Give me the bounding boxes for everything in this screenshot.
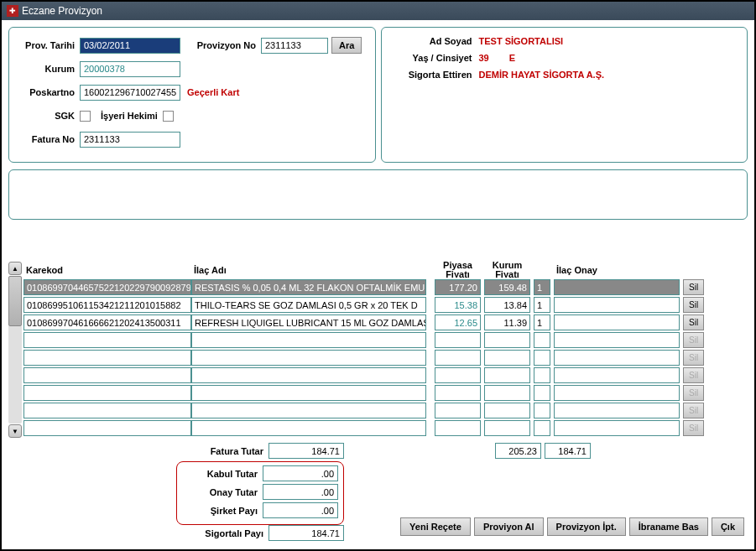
cell-kurum[interactable]: 159.48 — [484, 279, 530, 295]
sirket-payi-input[interactable] — [263, 502, 338, 518]
table-row[interactable]: 010869970446575221202297900928791RESTASI… — [23, 279, 748, 295]
cell-piyasa[interactable] — [435, 403, 481, 418]
cell-kurum[interactable] — [484, 420, 530, 436]
cell-onay[interactable] — [554, 403, 680, 418]
cell-ilac[interactable]: THILO-TEARS SE GOZ DAMLASI 0,5 GR x 20 T… — [191, 297, 426, 313]
cell-qty[interactable] — [534, 350, 550, 366]
cell-ilac[interactable] — [191, 332, 426, 348]
table-row[interactable]: Sil — [23, 403, 748, 418]
cik-button[interactable]: Çık — [712, 517, 744, 536]
cell-kurum[interactable] — [484, 350, 530, 366]
cell-qty[interactable] — [534, 385, 550, 401]
cell-karekod[interactable] — [23, 420, 191, 436]
grid-wrap: ▲ ▼ Karekod İlaç Adı Piyasa Fiyatı Kurum… — [8, 262, 748, 438]
cell-qty[interactable] — [534, 420, 550, 436]
proviyon-al-button[interactable]: Proviyon Al — [474, 517, 544, 536]
cell-ilac[interactable] — [191, 385, 426, 401]
cell-karekod[interactable]: 010869970461666621202413500311 — [23, 314, 191, 330]
cell-piyasa[interactable] — [435, 420, 481, 436]
cell-ilac[interactable]: RESTASIS % 0,05 0,4 ML 32 FLAKON OFTALMİ… — [191, 279, 426, 295]
cell-piyasa[interactable] — [435, 385, 481, 401]
kurum-input[interactable] — [80, 61, 180, 77]
cell-ilac[interactable] — [191, 367, 426, 383]
cell-qty[interactable] — [534, 403, 550, 418]
cell-piyasa[interactable] — [435, 332, 481, 348]
sil-button[interactable]: Sil — [683, 297, 704, 313]
table-row[interactable]: Sil — [23, 367, 748, 383]
cell-piyasa[interactable]: 15.38 — [435, 297, 481, 313]
ibraname-bas-button[interactable]: İbraname Bas — [629, 517, 708, 536]
sil-button: Sil — [683, 420, 704, 436]
ara-button[interactable]: Ara — [331, 37, 362, 54]
fatura-no-input[interactable] — [80, 132, 180, 148]
cell-piyasa[interactable]: 177.20 — [435, 279, 481, 295]
cell-karekod[interactable] — [23, 332, 191, 348]
titlebar: ✚ Eczane Provizyon — [2, 2, 754, 20]
provizyon-ipt-button[interactable]: Provizyon İpt. — [547, 517, 626, 536]
table-row[interactable]: Sil — [23, 350, 748, 366]
cell-onay[interactable] — [554, 367, 680, 383]
scrollbar: ▲ ▼ — [8, 262, 22, 438]
sil-button[interactable]: Sil — [683, 279, 704, 295]
scroll-up-button[interactable]: ▲ — [8, 262, 22, 275]
cell-onay[interactable] — [554, 314, 680, 330]
cell-kurum[interactable] — [484, 403, 530, 418]
cell-karekod[interactable] — [23, 385, 191, 401]
cell-kurum[interactable]: 11.39 — [484, 314, 530, 330]
cell-karekod[interactable]: 010869970446575221202297900928791 — [23, 279, 191, 295]
cell-qty[interactable] — [534, 332, 550, 348]
cell-onay[interactable] — [554, 420, 680, 436]
label-yas-cinsiyet: Yaş / Cinsiyet — [388, 53, 472, 63]
cell-qty[interactable]: 1 — [534, 314, 550, 330]
cell-piyasa[interactable]: 12.65 — [435, 314, 481, 330]
cell-onay[interactable] — [554, 385, 680, 401]
sil-button[interactable]: Sil — [683, 314, 704, 330]
scroll-down-button[interactable]: ▼ — [8, 424, 22, 438]
cell-kurum[interactable]: 13.84 — [484, 297, 530, 313]
sum-kurum — [545, 443, 591, 459]
scroll-thumb[interactable] — [8, 276, 22, 326]
cell-kurum[interactable] — [484, 367, 530, 383]
isyeri-hekimi-checkbox[interactable] — [163, 111, 174, 122]
sil-button: Sil — [683, 332, 704, 348]
prov-tarihi-input[interactable] — [80, 38, 180, 54]
table-row[interactable]: Sil — [23, 332, 748, 348]
table-row[interactable]: 010869951061153421211201015882THILO-TEAR… — [23, 297, 748, 313]
table-row[interactable]: Sil — [23, 385, 748, 401]
cell-ilac[interactable] — [191, 350, 426, 366]
cell-qty[interactable] — [534, 367, 550, 383]
fatura-tutar-input[interactable] — [269, 443, 344, 459]
cell-ilac[interactable]: REFRESH LIQUIGEL LUBRICANT 15 ML GOZ DAM… — [191, 314, 426, 330]
provizyon-no-input[interactable] — [261, 38, 328, 54]
cell-karekod[interactable] — [23, 367, 191, 383]
poskartno-input[interactable] — [80, 85, 180, 101]
sgk-checkbox[interactable] — [80, 111, 91, 122]
red-box: Kabul Tutar Onay Tutar Şirket Payı — [176, 461, 344, 525]
cell-karekod[interactable] — [23, 350, 191, 366]
scroll-track[interactable] — [8, 276, 22, 424]
table-row[interactable]: Sil — [23, 420, 748, 436]
cell-onay[interactable] — [554, 350, 680, 366]
cell-ilac[interactable] — [191, 403, 426, 418]
cell-kurum[interactable] — [484, 332, 530, 348]
cell-karekod[interactable] — [23, 403, 191, 418]
cell-onay[interactable] — [554, 332, 680, 348]
cell-karekod[interactable]: 010869951061153421211201015882 — [23, 297, 191, 313]
grid-main: Karekod İlaç Adı Piyasa Fiyatı Kurum Fiy… — [23, 262, 748, 438]
cell-ilac[interactable] — [191, 420, 426, 436]
sigortali-payi-input[interactable] — [269, 525, 344, 541]
yeni-recete-button[interactable]: Yeni Reçete — [400, 517, 471, 536]
cell-qty[interactable]: 1 — [534, 297, 550, 313]
right-panel: Ad Soyad TEST SİGORTALISI Yaş / Cinsiyet… — [381, 27, 748, 163]
cell-onay[interactable] — [554, 279, 680, 295]
onay-tutar-input[interactable] — [263, 484, 338, 500]
cell-piyasa[interactable] — [435, 367, 481, 383]
cell-kurum[interactable] — [484, 385, 530, 401]
cell-piyasa[interactable] — [435, 350, 481, 366]
cell-qty[interactable]: 1 — [534, 279, 550, 295]
sil-button: Sil — [683, 367, 704, 383]
table-row[interactable]: 010869970461666621202413500311REFRESH LI… — [23, 314, 748, 330]
cell-onay[interactable] — [554, 297, 680, 313]
kabul-tutar-input[interactable] — [263, 465, 338, 481]
app-icon: ✚ — [7, 5, 18, 17]
